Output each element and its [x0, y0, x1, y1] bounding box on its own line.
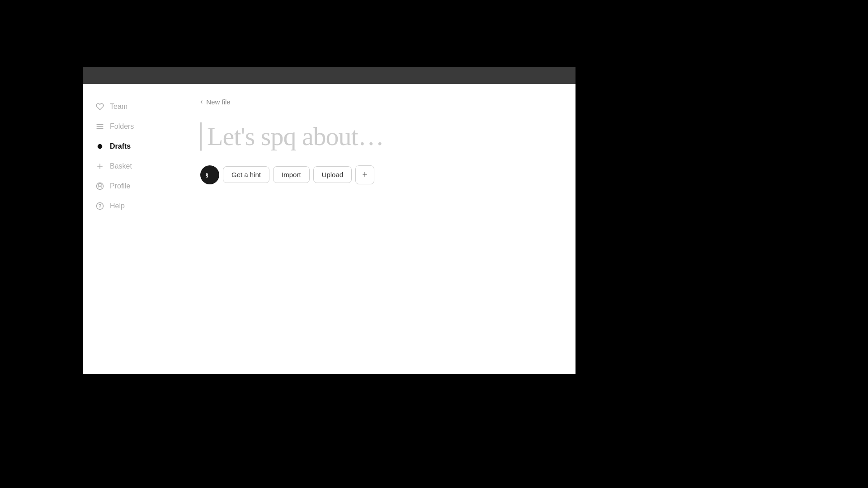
- basket-icon: [95, 162, 104, 171]
- title-placeholder[interactable]: Let's spq about…: [207, 122, 384, 151]
- back-chevron-icon: ‹: [200, 98, 203, 106]
- profile-icon: [95, 182, 104, 191]
- title-cursor: [200, 122, 202, 151]
- upload-button[interactable]: Upload: [313, 166, 352, 183]
- sidebar-help-label: Help: [110, 202, 125, 210]
- sidebar: Team Folders Drafts: [83, 84, 182, 374]
- title-area: Let's spq about…: [200, 122, 557, 151]
- svg-point-3: [98, 144, 103, 149]
- logo-icon: §: [205, 170, 215, 180]
- sidebar-item-help[interactable]: Help: [83, 197, 182, 215]
- content-area: Team Folders Drafts: [83, 84, 576, 374]
- plus-icon: +: [362, 169, 368, 180]
- sidebar-drafts-label: Drafts: [110, 142, 131, 150]
- svg-text:§: §: [206, 172, 208, 178]
- logo-button[interactable]: §: [200, 165, 219, 184]
- sidebar-item-folders[interactable]: Folders: [83, 117, 182, 136]
- plus-button[interactable]: +: [355, 165, 374, 184]
- sidebar-item-team[interactable]: Team: [83, 98, 182, 116]
- import-button[interactable]: Import: [273, 166, 310, 183]
- top-bar: [83, 67, 576, 84]
- sidebar-profile-label: Profile: [110, 182, 130, 190]
- sidebar-folders-label: Folders: [110, 122, 134, 131]
- drafts-icon: [95, 142, 104, 151]
- sidebar-team-label: Team: [110, 103, 127, 111]
- main-content: ‹ New file Let's spq about… § Get a hint…: [182, 84, 576, 374]
- back-nav-label: New file: [206, 98, 230, 106]
- actions-row: § Get a hint Import Upload +: [200, 165, 557, 184]
- heart-icon: [95, 102, 104, 111]
- sidebar-item-basket[interactable]: Basket: [83, 157, 182, 175]
- sidebar-basket-label: Basket: [110, 162, 132, 170]
- help-icon: [95, 202, 104, 211]
- get-hint-button[interactable]: Get a hint: [223, 166, 269, 183]
- sidebar-item-drafts[interactable]: Drafts: [83, 137, 182, 155]
- svg-point-6: [99, 183, 101, 186]
- folders-icon: [95, 122, 104, 131]
- back-nav[interactable]: ‹ New file: [200, 98, 557, 106]
- sidebar-item-profile[interactable]: Profile: [83, 177, 182, 195]
